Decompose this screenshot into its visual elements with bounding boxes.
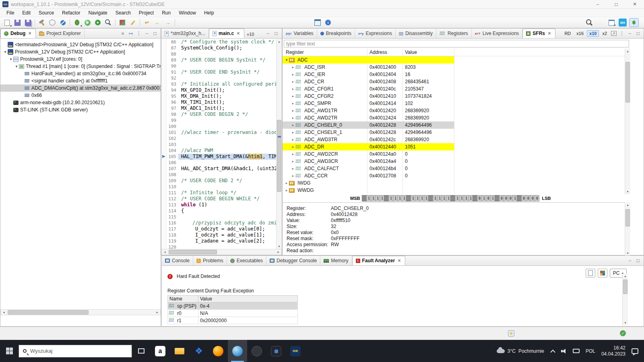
external-tools-button[interactable] <box>93 18 103 27</box>
scroll-track[interactable] <box>625 54 630 189</box>
menu-item-navigate[interactable]: Navigate <box>84 9 111 16</box>
sfr-tab-registers[interactable]: Registers <box>436 29 472 38</box>
new-launch-button[interactable] <box>47 18 57 27</box>
weather-widget[interactable]: 3°C Pochmurnie <box>497 348 544 354</box>
sfr-register-row[interactable]: ADC_AWD2TR0x40012424268369920 <box>283 114 454 121</box>
code-text[interactable]: HAL_TIM_PWM_Start_DMA(&htim1, TIM <box>178 154 276 160</box>
code-text[interactable]: MX_TIM1_Init(); <box>178 99 276 105</box>
scroll-track[interactable] <box>623 279 628 320</box>
sfr-register-row[interactable]: ADC_DR0x400124401051 <box>283 143 454 150</box>
fault-register-row[interactable]: r0N/A <box>167 310 298 317</box>
pencil-button[interactable] <box>128 18 138 27</box>
expander-icon[interactable] <box>291 138 295 142</box>
minimize-icon[interactable] <box>264 30 272 37</box>
menu-item-project[interactable]: Project <box>135 9 158 16</box>
minimize-icon[interactable] <box>143 30 151 37</box>
console-tab-fault-analyzer[interactable]: Fault Analyzer <box>352 256 406 265</box>
scroll-left-icon[interactable] <box>1 310 7 315</box>
code-text[interactable]: I_zadane = adc_value[2]; <box>178 238 276 244</box>
remove-all-icon[interactable] <box>119 30 127 37</box>
taskbar-app-browser[interactable] <box>228 340 247 362</box>
minimize-icon[interactable] <box>626 257 634 264</box>
code-text[interactable] <box>178 123 276 130</box>
console-tab-console[interactable]: Console <box>162 256 193 265</box>
debug-tab-project-explorer[interactable]: Project Explorer <box>36 29 84 38</box>
scroll-up-icon[interactable] <box>625 49 630 54</box>
scroll-thumb[interactable] <box>625 209 630 226</box>
sfr-register-row[interactable]: ADC_ISR0x400124008203 <box>283 64 454 71</box>
start-button[interactable] <box>0 340 19 362</box>
show-registers-button[interactable] <box>598 269 607 278</box>
expander-icon[interactable] <box>284 58 289 62</box>
expander-icon[interactable] <box>3 50 8 54</box>
scroll-thumb[interactable] <box>169 250 217 254</box>
scroll-down-icon[interactable] <box>625 189 630 194</box>
expander-icon[interactable] <box>291 65 295 69</box>
taskbar-search[interactable] <box>19 345 132 358</box>
expander-icon[interactable] <box>291 167 295 171</box>
expander-icon[interactable] <box>291 130 295 134</box>
code-text[interactable]: /* USER CODE BEGIN 2 */ <box>178 111 276 117</box>
menu-item-file[interactable]: File <box>2 9 18 16</box>
debug-tree-item[interactable]: Prostownik_12V.elf [cores: 0] <box>0 56 161 63</box>
debug-tree-item[interactable]: 0x66 <box>0 92 161 99</box>
code-text[interactable]: { <box>178 208 276 214</box>
mx-perspective-button[interactable]: MX <box>619 19 627 27</box>
back-button[interactable] <box>153 18 162 27</box>
minimize-icon[interactable] <box>626 30 634 37</box>
sfr-register-row[interactable]: ADC_AWD2CR0x400124a00 <box>283 150 454 158</box>
code-text[interactable]: /* USER CODE BEGIN SysInit */ <box>178 57 276 63</box>
scroll-track[interactable] <box>7 310 154 315</box>
run-button[interactable] <box>83 18 92 27</box>
x10-button[interactable]: x10 <box>587 30 599 37</box>
sfr-filter-input[interactable] <box>284 40 629 47</box>
code-text[interactable] <box>178 214 276 220</box>
sfr-register-row[interactable]: ADC_CFGR20x400124101073741824 <box>283 93 454 100</box>
search-flash-button[interactable] <box>103 18 113 27</box>
debug-tree-item[interactable]: Thread #1 [main] 1 [core: 0] (Suspended … <box>0 63 161 70</box>
export-report-button[interactable] <box>586 269 595 278</box>
taskbar-app-firefox[interactable] <box>208 340 228 362</box>
taskbar-app-dark-app-2[interactable] <box>266 340 286 362</box>
menu-item-search[interactable]: Search <box>111 9 135 16</box>
code-text[interactable]: /* USER CODE END 2 */ <box>178 178 276 184</box>
maximize-icon[interactable] <box>151 30 159 37</box>
scroll-left-icon[interactable] <box>162 249 168 255</box>
scroll-thumb[interactable] <box>8 310 89 315</box>
sfr-register-row[interactable]: ADC_CFGR10x4001240c2105347 <box>283 85 454 93</box>
code-text[interactable] <box>178 51 276 57</box>
sfr-register-row[interactable]: IWDG <box>283 179 454 187</box>
maximize-icon[interactable] <box>634 30 642 37</box>
code-text[interactable]: MX_GPIO_Init(); <box>178 87 276 93</box>
sfr-table-scrollbar[interactable] <box>625 49 630 194</box>
code-text[interactable]: /* Initialize all configured peri <box>178 81 276 87</box>
save-all-button[interactable] <box>23 18 33 27</box>
code-text[interactable]: I_odczyt = adc_value[1]; <box>178 232 276 238</box>
expander-icon[interactable] <box>14 64 19 68</box>
code-text[interactable] <box>178 160 276 166</box>
code-text[interactable] <box>178 172 276 178</box>
code-text[interactable] <box>178 142 276 148</box>
scroll-track[interactable] <box>277 44 282 244</box>
bit-cell[interactable]: 0 <box>535 195 539 202</box>
close-tab-icon[interactable] <box>27 31 32 36</box>
expander-icon[interactable] <box>291 87 295 91</box>
expander-icon[interactable] <box>291 159 295 163</box>
open-perspective-button[interactable] <box>607 18 616 27</box>
menu-item-edit[interactable]: Edit <box>18 9 35 16</box>
expander-icon[interactable] <box>8 57 13 61</box>
fault-register-row[interactable]: r10x20002000 <box>167 317 298 324</box>
code-text[interactable] <box>178 117 276 123</box>
menu-item-help[interactable]: Help <box>200 9 218 16</box>
sfr-register-row[interactable]: ADC_CCR0x400127080 <box>283 172 454 179</box>
expander-icon[interactable] <box>291 152 295 156</box>
close-tab-icon[interactable] <box>397 258 402 263</box>
rd-button[interactable]: RD <box>562 30 573 37</box>
view-menu-icon[interactable] <box>135 30 143 37</box>
code-text[interactable]: /* USER CODE BEGIN WHILE */ <box>178 196 276 202</box>
sfr-register-row[interactable]: ADC_CR0x40012408268435461 <box>283 78 454 85</box>
code-text[interactable]: SystemClock_Config(); <box>178 45 276 51</box>
new-button[interactable] <box>2 18 12 27</box>
close-tab-icon[interactable] <box>236 31 241 36</box>
debug-horizontal-scrollbar[interactable] <box>0 309 161 315</box>
